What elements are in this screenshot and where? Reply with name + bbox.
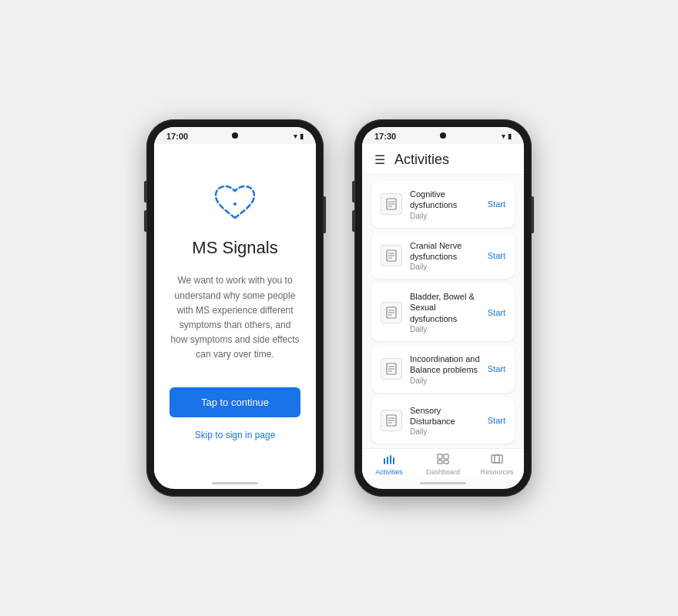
activities-list: Cognitive dysfunctions Daily Start bbox=[362, 175, 524, 448]
dashboard-nav-label: Dashboard bbox=[426, 468, 460, 476]
phone-welcome: 17:00 ▾ ▮ MS Signals We want to work wit… bbox=[146, 119, 324, 497]
list-item: Sensory Disturbance Daily Start bbox=[371, 397, 515, 444]
camera-dot bbox=[232, 132, 238, 139]
start-button-4[interactable]: Start bbox=[488, 416, 505, 425]
activity-doc-icon bbox=[381, 193, 402, 215]
list-item: Cranial Nerve dysfunctions Daily Start bbox=[371, 233, 515, 280]
status-bar-welcome: 17:00 ▾ ▮ bbox=[154, 127, 316, 144]
bottom-nav: Activities Dashboard bbox=[362, 448, 524, 479]
camera-dot-2 bbox=[440, 132, 446, 139]
vol-up-btn bbox=[144, 181, 146, 203]
svg-rect-29 bbox=[438, 454, 442, 459]
svg-rect-32 bbox=[444, 460, 448, 464]
list-item: Bladder, Bowel & Sexual dysfunctions Dai… bbox=[371, 283, 515, 341]
battery-icon-2: ▮ bbox=[508, 132, 512, 140]
activities-nav-label: Activities bbox=[375, 468, 403, 476]
activity-info-2: Bladder, Bowel & Sexual dysfunctions Dai… bbox=[410, 291, 480, 333]
activity-name-3: Incoordination and Balance problems bbox=[410, 353, 480, 376]
svg-rect-30 bbox=[444, 454, 448, 459]
wifi-icon-2: ▾ bbox=[502, 132, 505, 140]
activity-freq-2: Daily bbox=[410, 325, 480, 333]
continue-button[interactable]: Tap to continue bbox=[170, 387, 300, 417]
heart-icon bbox=[212, 182, 258, 226]
nav-item-dashboard[interactable]: Dashboard bbox=[416, 454, 470, 476]
wifi-icon: ▾ bbox=[294, 132, 297, 140]
activity-info-1: Cranial Nerve dysfunctions Daily bbox=[410, 240, 480, 272]
activity-name: Cognitive dysfunctions bbox=[410, 189, 480, 211]
svg-rect-33 bbox=[492, 455, 499, 463]
list-item: Cognitive dysfunctions Daily Start bbox=[371, 181, 515, 228]
status-bar-activities: 17:30 ▾ ▮ bbox=[362, 127, 524, 144]
svg-rect-34 bbox=[495, 455, 502, 463]
svg-rect-28 bbox=[393, 457, 394, 464]
vol-down-btn-2 bbox=[352, 210, 354, 232]
power-btn-2 bbox=[532, 196, 534, 233]
activity-name-1: Cranial Nerve dysfunctions bbox=[410, 240, 480, 263]
activities-title: Activities bbox=[394, 152, 449, 168]
welcome-screen: 17:00 ▾ ▮ MS Signals We want to work wit… bbox=[154, 127, 316, 489]
resources-nav-label: Resources bbox=[480, 468, 513, 476]
status-time-activities: 17:30 bbox=[374, 132, 396, 141]
home-indicator bbox=[212, 482, 258, 484]
activity-doc-icon-1 bbox=[381, 245, 402, 266]
activity-freq-1: Daily bbox=[410, 263, 480, 271]
resources-nav-icon bbox=[491, 454, 503, 467]
start-button-3[interactable]: Start bbox=[488, 364, 505, 373]
svg-rect-26 bbox=[387, 457, 388, 464]
activity-name-4: Sensory Disturbance bbox=[410, 405, 480, 427]
activity-info: Cognitive dysfunctions Daily bbox=[410, 189, 480, 220]
activity-doc-icon-3 bbox=[381, 358, 402, 380]
power-btn bbox=[324, 196, 326, 233]
app-title: MS Signals bbox=[192, 238, 277, 258]
activity-freq: Daily bbox=[410, 212, 480, 220]
svg-rect-25 bbox=[384, 458, 385, 464]
nav-item-resources[interactable]: Resources bbox=[470, 454, 524, 476]
home-indicator-2 bbox=[420, 482, 466, 484]
activities-header: ☰ Activities bbox=[362, 144, 524, 175]
activities-nav-icon bbox=[383, 454, 395, 467]
status-icons: ▾ ▮ bbox=[294, 132, 304, 140]
svg-rect-27 bbox=[390, 455, 391, 464]
welcome-content: MS Signals We want to work with you to u… bbox=[154, 144, 316, 479]
app-description: We want to work with you to understand w… bbox=[170, 273, 300, 362]
app-container: 17:00 ▾ ▮ MS Signals We want to work wit… bbox=[131, 104, 547, 512]
status-time-welcome: 17:00 bbox=[166, 132, 188, 141]
menu-icon[interactable]: ☰ bbox=[374, 152, 385, 167]
activity-doc-icon-2 bbox=[381, 302, 402, 323]
start-button-2[interactable]: Start bbox=[488, 308, 505, 317]
activity-freq-3: Daily bbox=[410, 377, 480, 385]
dashboard-nav-icon bbox=[437, 454, 449, 467]
activity-info-3: Incoordination and Balance problems Dail… bbox=[410, 353, 480, 385]
activity-info-4: Sensory Disturbance Daily bbox=[410, 405, 480, 437]
phone-activities: 17:30 ▾ ▮ ☰ Activities bbox=[354, 119, 532, 497]
activity-freq-4: Daily bbox=[410, 427, 480, 436]
nav-item-activities[interactable]: Activities bbox=[362, 454, 416, 476]
vol-up-btn-2 bbox=[352, 181, 354, 203]
start-button-1[interactable]: Start bbox=[488, 251, 505, 260]
start-button-0[interactable]: Start bbox=[488, 199, 505, 209]
skip-link[interactable]: Skip to sign in page bbox=[195, 430, 276, 440]
activity-name-2: Bladder, Bowel & Sexual dysfunctions bbox=[410, 291, 480, 324]
activities-screen: 17:30 ▾ ▮ ☰ Activities bbox=[362, 127, 524, 489]
activity-doc-icon-4 bbox=[381, 410, 402, 431]
svg-rect-31 bbox=[438, 460, 442, 464]
vol-down-btn bbox=[144, 210, 146, 232]
list-item: Incoordination and Balance problems Dail… bbox=[371, 346, 515, 393]
svg-point-0 bbox=[233, 203, 237, 206]
status-icons-2: ▾ ▮ bbox=[502, 132, 512, 140]
battery-icon: ▮ bbox=[300, 132, 304, 140]
